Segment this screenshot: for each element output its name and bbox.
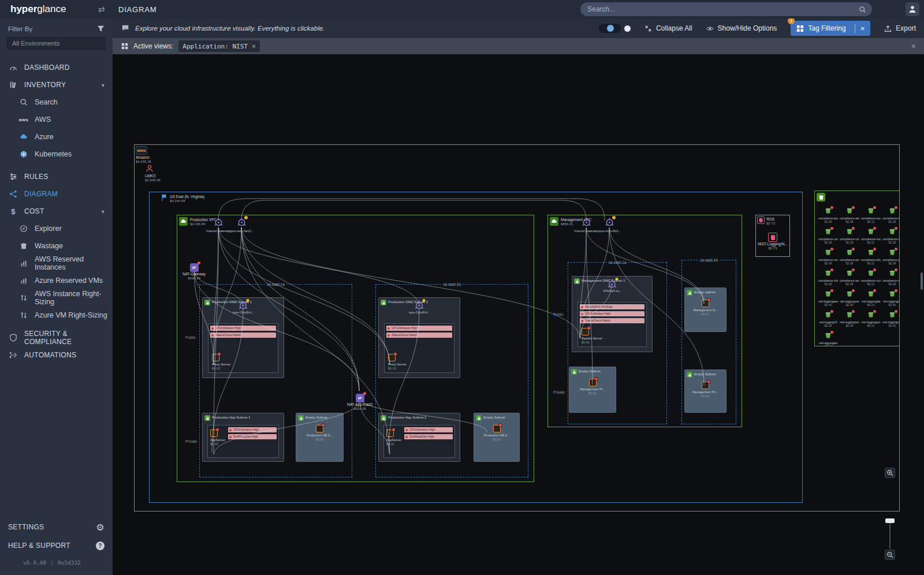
network-interface-icon[interactable] <box>239 300 248 310</box>
subnet-card-empty-subnet[interactable]: Empty subnetManagement D...$0.00 <box>684 288 726 332</box>
export-button[interactable]: Export <box>884 24 916 32</box>
hyperglance-logo[interactable]: hyperglance <box>10 3 66 15</box>
cloudwatch-alarm[interactable]: SecurityHub-Findings <box>580 304 644 309</box>
ec2-instance[interactable]: AppServer$0.00 <box>386 430 419 446</box>
tag-filtering-button[interactable]: 1 Tag Filtering × <box>791 21 870 36</box>
search-input[interactable] <box>580 5 859 13</box>
sidebar-item-rules[interactable]: RULES <box>0 168 113 185</box>
instance-labels: Management Pr...$0.00 <box>576 387 609 395</box>
search-icon[interactable] <box>859 6 866 13</box>
ec2-instance[interactable]: AppServer$0.00 <box>210 430 243 446</box>
active-view-chip[interactable]: Application: NIST × <box>178 40 260 52</box>
search-icon <box>19 98 28 107</box>
sidebar-item-search[interactable]: Search <box>0 94 113 111</box>
show-hide-options-button[interactable]: Show/Hide Options <box>706 24 777 32</box>
subnet-card-production-dmz-subnet-1[interactable]: Production DMZ Subnet 1vpce-Cloud9-d...C… <box>202 297 284 378</box>
sidebar-item-label: AUTOMATIONS <box>24 351 76 359</box>
ec2-instance[interactable]: Production DB S...$0.00 <box>304 425 336 442</box>
sidebar-item-automations[interactable]: AUTOMATIONS <box>0 346 113 364</box>
sidebar-item-inventory[interactable]: INVENTORY▾ <box>0 76 113 94</box>
collapse-all-button[interactable]: Collapse All <box>644 24 692 32</box>
help-support-item[interactable]: HELP & SUPPORT ? <box>0 536 113 555</box>
lock-icon <box>687 290 692 296</box>
settings-item[interactable]: SETTINGS ⚙ <box>0 518 113 536</box>
subnet-card-production-app-subnet-2[interactable]: Production App Subnet 2CPUUtilization-Hi… <box>378 413 460 462</box>
alarm-box: CPUUtilization-HighDiskReadOps-HighAppSe… <box>207 425 279 458</box>
zoom-slider-track <box>889 520 891 548</box>
sidebar-collapse-icon[interactable]: ⇄ <box>98 5 105 14</box>
sidebar-item-wastage[interactable]: Wastage <box>0 237 113 255</box>
instance-name: Proxy Server <box>388 363 419 367</box>
subnet-card-production-dmz-subnet-2[interactable]: Production DMZ Subnet 2vpce-Cloud9-d...C… <box>378 297 460 378</box>
dashboard-icon <box>9 63 18 72</box>
chevron-down-icon[interactable]: ▾ <box>102 82 105 88</box>
network-interface-icon[interactable] <box>608 279 617 289</box>
lock-icon <box>381 415 386 421</box>
ec2-instance[interactable]: Management D...$0.00 <box>690 300 722 316</box>
toggle-knob[interactable] <box>607 25 614 32</box>
cloudwatch-alarm[interactable]: StatusCheck-Failed <box>580 318 644 323</box>
sidebar-item-cost[interactable]: $COST▾ <box>0 203 113 220</box>
subnet-card-empty-subnet[interactable]: Empty SubnetManagement Pri...$0.00 <box>684 369 726 413</box>
cloudwatch-alarm[interactable]: StatusCheck-Failed <box>210 333 276 338</box>
user-avatar[interactable] <box>906 2 919 16</box>
toggle-secondary-dot[interactable] <box>624 25 631 32</box>
cloudwatch-alarm[interactable]: CPUUtilization-High <box>210 326 276 331</box>
cloudwatch-alarm[interactable]: CPUUtilization-High <box>386 326 452 331</box>
sidebar-item-aws-instance-right-sizing[interactable]: AWS Instance Right-Sizing <box>0 289 113 307</box>
zoom-out-button[interactable] <box>885 550 895 560</box>
subnet-label: Management DMZ Subnet 1 <box>582 279 625 283</box>
sidebar-item-diagram[interactable]: DIAGRAM <box>0 185 113 203</box>
hyperglance-app: hyperglance ⇄ DIAGRAM Filter By DASHBOAR… <box>0 0 924 575</box>
sidebar-item-azure-vm-right-sizing[interactable]: Azure VM Right-Sizing <box>0 307 113 324</box>
help-icon[interactable]: ? <box>96 542 105 550</box>
sidebar-item-label: Azure <box>35 133 54 141</box>
subnet-card-empty-subnet[interactable]: Empty SubnetManagement Pr...$0.00 <box>569 367 616 413</box>
sidebar-item-azure-reserved-vms[interactable]: Azure Reserved VMs <box>0 272 113 289</box>
instance-name: Management Pri... <box>690 390 721 394</box>
zoom-slider-handle[interactable] <box>885 518 895 523</box>
global-search[interactable] <box>580 2 872 16</box>
subnet-label: Empty Subnet <box>305 416 327 420</box>
gear-icon[interactable]: ⚙ <box>96 522 105 533</box>
ec2-instance[interactable]: Proxy Server$0.00 <box>212 354 244 371</box>
lock-icon <box>298 415 304 421</box>
ec2-instance[interactable]: Production DB S...$0.00 <box>480 425 513 442</box>
instance-cost: $0.00 <box>582 341 614 345</box>
sidebar-item-azure[interactable]: Azure <box>0 128 113 145</box>
subnet-card-empty-subnet[interactable]: Empty SubnetProduction DB S...$0.00 <box>296 413 344 462</box>
subnet-card-management-dmz-subnet-1[interactable]: Management DMZ Subnet 1VPN/NAT-int...Sec… <box>572 276 653 352</box>
subnet-card-production-app-subnet-1[interactable]: Production App Subnet 1CPUUtilization-Hi… <box>202 413 284 462</box>
network-interface-icon[interactable] <box>415 300 424 310</box>
network-interface-label: vpce-Cloud9-d... <box>233 311 254 314</box>
chip-close-icon[interactable]: × <box>252 42 256 50</box>
sidebar-item-kubernetes[interactable]: Kubernetes <box>0 145 113 163</box>
sidebar-item-dashboard[interactable]: DASHBOARD <box>0 59 113 76</box>
tag-filter-close-icon[interactable]: × <box>855 24 865 33</box>
instance-cost: $0.00 <box>480 438 513 442</box>
instance-name: AppServer <box>386 438 418 442</box>
ec2-instance[interactable]: Management Pri...$0.00 <box>690 382 722 398</box>
diagram-canvas[interactable]: aws Amazon $4,435.28 LWKO $2,908.58 US E… <box>113 54 924 575</box>
cloudwatch-alarm[interactable]: CPUUtilization-High <box>580 311 644 316</box>
sidebar-item-aws-reserved-instances[interactable]: AWS Reserved Instances <box>0 255 113 272</box>
sidebar-item-aws[interactable]: awsAWS <box>0 111 113 128</box>
sidebar-item-explorer[interactable]: Explorer <box>0 220 113 237</box>
canvas-scrollbar-thumb[interactable] <box>921 272 923 290</box>
zoom-in-button[interactable] <box>885 468 895 478</box>
cloudwatch-alarm[interactable]: StatusCheck-Failed <box>386 333 452 338</box>
sidebar-item-security-compliance[interactable]: SECURITY & COMPLIANCE <box>0 329 113 346</box>
logo-bold: hyper <box>10 3 37 14</box>
zoom-slider[interactable] <box>885 515 895 548</box>
ec2-instance[interactable]: Proxy Server$0.00 <box>388 354 420 371</box>
ec2-instance[interactable]: Management Pr...$0.00 <box>576 379 609 395</box>
layout-toggle[interactable] <box>599 24 621 33</box>
environments-filter-input[interactable] <box>7 37 106 50</box>
chevron-down-icon[interactable]: ▾ <box>102 208 105 215</box>
ec2-instance[interactable]: Bastion Server$0.00 <box>582 328 614 345</box>
views-bar-close-icon[interactable]: × <box>911 42 916 51</box>
filter-icon[interactable] <box>97 25 105 32</box>
lock-icon <box>381 300 386 305</box>
subnet-card-empty-subnet[interactable]: Empty SubnetProduction DB S...$0.00 <box>474 413 520 462</box>
eye-icon <box>706 25 714 32</box>
